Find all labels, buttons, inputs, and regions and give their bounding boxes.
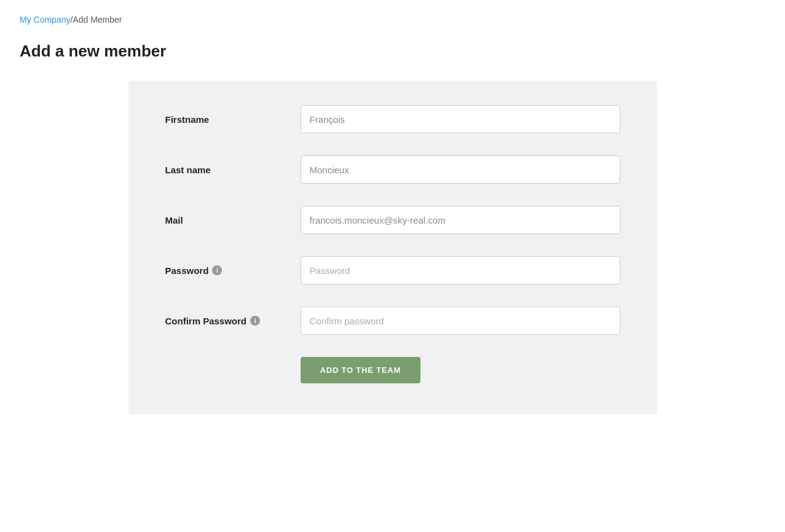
lastname-row: Last name bbox=[165, 155, 620, 184]
add-to-team-button[interactable]: ADD TO THE TEAM bbox=[301, 357, 421, 383]
lastname-label: Last name bbox=[165, 165, 301, 175]
mail-row: Mail bbox=[165, 206, 620, 234]
breadcrumb-current-page: Add Member bbox=[73, 15, 122, 25]
firstname-input[interactable] bbox=[301, 105, 620, 133]
firstname-row: Firstname bbox=[165, 105, 620, 133]
confirm-password-label: Confirm Password i bbox=[165, 316, 301, 326]
confirm-password-input[interactable] bbox=[301, 307, 620, 335]
form-card: Firstname Last name Mail Password i Conf… bbox=[128, 80, 657, 414]
breadcrumb-company-link[interactable]: My Company bbox=[20, 15, 70, 25]
page-title: Add a new member bbox=[20, 42, 765, 61]
password-input[interactable] bbox=[301, 256, 620, 284]
submit-row: ADD TO THE TEAM bbox=[165, 357, 620, 383]
confirm-password-info-icon[interactable]: i bbox=[250, 316, 260, 326]
password-label: Password i bbox=[165, 265, 301, 276]
confirm-password-row: Confirm Password i bbox=[165, 307, 620, 335]
lastname-input[interactable] bbox=[301, 155, 620, 184]
mail-input[interactable] bbox=[301, 206, 620, 234]
breadcrumb: My Company/Add Member bbox=[20, 15, 765, 25]
page-container: My Company/Add Member Add a new member F… bbox=[0, 0, 785, 429]
mail-label: Mail bbox=[165, 215, 301, 225]
password-row: Password i bbox=[165, 256, 620, 284]
password-info-icon[interactable]: i bbox=[212, 265, 222, 275]
firstname-label: Firstname bbox=[165, 114, 301, 125]
